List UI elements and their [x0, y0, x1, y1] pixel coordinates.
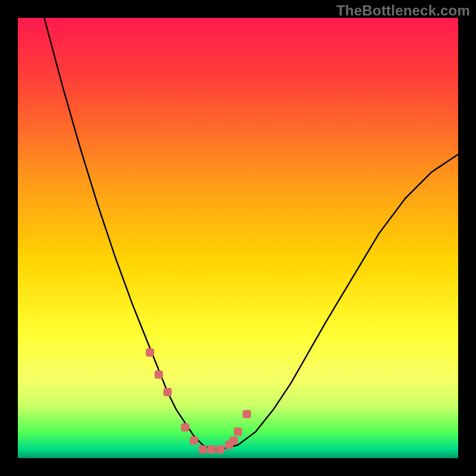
marker-point — [155, 370, 163, 378]
marker-point — [208, 445, 216, 453]
curve-svg — [18, 18, 458, 458]
marker-point — [146, 348, 154, 356]
marker-point — [216, 445, 224, 453]
marker-point — [230, 436, 238, 444]
highlight-markers — [146, 348, 251, 453]
watermark-text: TheBottleneck.com — [336, 2, 470, 19]
marker-point — [199, 445, 207, 453]
chart-frame: TheBottleneck.com — [0, 0, 476, 476]
plot-area — [18, 18, 458, 458]
marker-point — [181, 423, 189, 431]
marker-point — [164, 388, 172, 396]
marker-point — [243, 410, 251, 418]
marker-point — [234, 428, 242, 436]
marker-point — [190, 436, 198, 444]
bottleneck-curve — [44, 18, 458, 449]
